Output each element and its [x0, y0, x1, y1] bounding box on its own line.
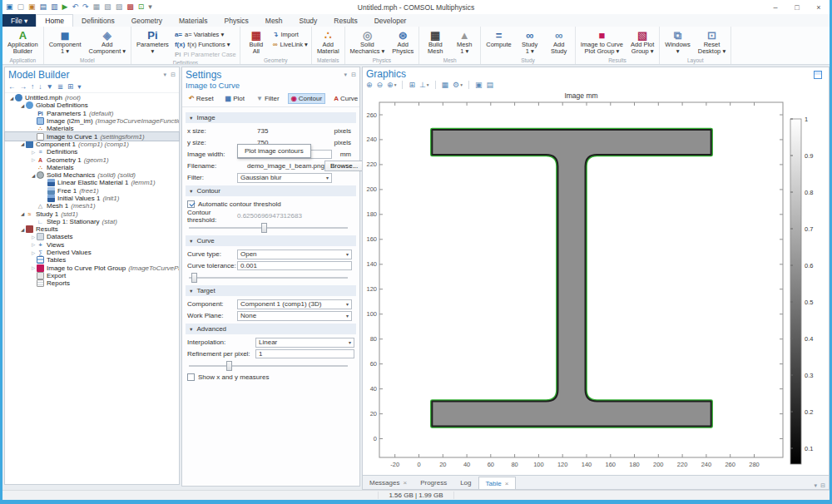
show-x-y-measures-checkbox[interactable] — [187, 373, 195, 381]
panel-menu-icon[interactable]: ▾ — [164, 72, 167, 78]
tree-item-component-1[interactable]: ◢Component 1(comp1) (comp1) — [5, 141, 179, 148]
tree-item-free-1[interactable]: Free 1(free1) — [5, 187, 179, 195]
automatic-contour-threshold-checkbox[interactable] — [187, 200, 195, 208]
tree-expander-icon[interactable]: ▷ — [30, 235, 37, 240]
run-icon[interactable]: ▶ — [62, 3, 68, 11]
image-to-curve-plot-group-button[interactable]: ■Image to CurvePlot Group ▾ — [577, 27, 626, 57]
minimize-button[interactable]: – — [765, 3, 786, 12]
tree-item-step-1-stationary[interactable]: ∟Step 1: Stationary(stat) — [5, 218, 179, 225]
close-icon[interactable]: × — [403, 479, 407, 487]
zoom-extents-icon[interactable]: ⊞ — [409, 81, 415, 89]
redo-icon[interactable]: ↷ — [82, 3, 89, 11]
tree-expander-icon[interactable]: ◢ — [19, 211, 26, 216]
compute-button[interactable]: =Compute — [483, 27, 514, 57]
tab-geometry[interactable]: Geometry — [123, 14, 171, 27]
tree-item-initial-values-1[interactable]: Initial Values 1(init1) — [5, 195, 179, 202]
more-dropdown-icon[interactable]: ▾ — [148, 3, 152, 11]
app-logo-icon[interactable]: ▣ — [6, 3, 13, 11]
tree-expander-icon[interactable]: ◢ — [19, 141, 26, 146]
show-icon[interactable]: ▼ — [47, 82, 53, 91]
add-study-button[interactable]: ∞AddStudy — [545, 27, 573, 57]
tab-physics[interactable]: Physics — [216, 14, 257, 27]
tree-item-materials[interactable]: ∴Materials — [5, 164, 179, 171]
menu-dropdown-icon[interactable]: ▾ — [77, 82, 81, 91]
tree-expander-icon[interactable]: ◢ — [8, 96, 15, 101]
tree-item-tables[interactable]: Tables — [5, 256, 179, 264]
undo-icon[interactable]: ↶ — [72, 3, 79, 11]
duplicate-icon[interactable]: ▨ — [116, 3, 123, 11]
tree-item-untitled-mph[interactable]: ◢Untitled.mph(root) — [5, 94, 179, 101]
plot-properties-icon[interactable] — [814, 71, 822, 79]
build-all-button[interactable]: ▦BuildAll — [242, 27, 270, 57]
zoom-out-icon[interactable]: ⊖ — [377, 81, 384, 89]
reset-button[interactable]: ↶Reset — [186, 93, 217, 104]
detach-icon[interactable]: ⊟ — [820, 482, 825, 489]
work-plane-select[interactable]: None▾ — [237, 311, 352, 321]
tree-item-export[interactable]: Export — [5, 272, 179, 279]
reset-desktop-button[interactable]: ⊡ResetDesktop ▾ — [695, 27, 729, 57]
tree-expander-icon[interactable]: ◢ — [19, 103, 26, 108]
add-physics-button[interactable]: ⊛AddPhysics — [389, 27, 417, 57]
tree-expander-icon[interactable]: ▷ — [30, 242, 37, 247]
refinement-slider[interactable] — [189, 360, 348, 372]
image-snapshot-icon[interactable]: ▦ — [442, 81, 449, 89]
refinement-per-pixel-input[interactable]: 1 — [255, 349, 354, 358]
application-builder-button[interactable]: AApplicationBuilder — [4, 27, 42, 57]
build-mesh-button[interactable]: ▦BuildMesh — [421, 27, 449, 57]
bottom-tab-table[interactable]: Table× — [478, 477, 517, 489]
tree-expander-icon[interactable]: ▷ — [30, 157, 37, 162]
section-header-image[interactable]: ▼Image — [186, 112, 356, 123]
contour-threshold-slider[interactable] — [189, 222, 348, 234]
tree-item-image-to-curve-1[interactable]: Image to Curve 1(settingsform1) — [5, 132, 179, 140]
slider-handle[interactable] — [261, 223, 267, 233]
tree-item-results[interactable]: ◢Results — [5, 225, 179, 233]
tree-item-derived-values[interactable]: ▷∑Derived Values — [5, 249, 179, 256]
tree-item-datasets[interactable]: ▷Datasets — [5, 233, 179, 240]
section-header-curve[interactable]: ▼Curve — [186, 235, 356, 246]
tree-expander-icon[interactable]: ▷ — [30, 150, 37, 155]
panel-menu-icon[interactable]: ▾ — [344, 72, 348, 78]
windows-button[interactable]: ⧉Windows▾ — [661, 27, 693, 57]
close-icon[interactable]: × — [505, 480, 509, 487]
collapse-all-icon[interactable]: ≣ — [57, 82, 63, 91]
forward-arrow-icon[interactable]: → — [20, 82, 27, 91]
tree-item-image-i2m-im-[interactable]: Image (i2m_im)(ImageToCurveImageFunction… — [5, 117, 179, 125]
tree-expander-icon[interactable]: ◢ — [30, 173, 37, 178]
functions-button[interactable]: f(x)f(x) Functions ▾ — [173, 40, 238, 49]
expand-all-icon[interactable]: ⊞ — [67, 82, 73, 91]
save-as-icon[interactable]: ▥ — [51, 3, 58, 11]
tree-item-linear-elastic-material-1[interactable]: Linear Elastic Material 1(lemm1) — [5, 179, 179, 186]
section-header-advanced[interactable]: ▼Advanced — [186, 324, 356, 334]
new-file-icon[interactable]: ▢ — [17, 3, 25, 11]
tree-item-materials[interactable]: ∴Materials — [5, 125, 179, 132]
file-menu-button[interactable]: File ▾ — [2, 14, 36, 27]
menu-dropdown-icon[interactable]: ▾ — [815, 482, 818, 489]
zoom-in-icon[interactable]: ⊕ — [366, 81, 373, 89]
tab-home[interactable]: Home — [36, 14, 73, 27]
tree-item-geometry-1[interactable]: ▷AGeometry 1(geom1) — [5, 156, 179, 163]
screenshot-icon[interactable]: ▣ — [475, 81, 483, 89]
filter-select[interactable]: Gaussian blur▾ — [237, 173, 332, 183]
open-icon[interactable]: ▣ — [28, 3, 36, 11]
default-view-icon[interactable]: ⊥▾ — [419, 81, 429, 89]
filter-button[interactable]: ▼Filter — [253, 93, 283, 104]
tab-developer[interactable]: Developer — [366, 14, 415, 27]
mesh-1-button[interactable]: ▲Mesh1 ▾ — [450, 27, 478, 57]
tree-item-views[interactable]: ▷+Views — [5, 241, 179, 249]
bottom-tab-progress[interactable]: Progress — [414, 477, 453, 489]
component-target-select[interactable]: Component 1 (comp1) (3D)▾ — [237, 299, 352, 309]
study-1-button[interactable]: ∞Study1 ▾ — [516, 27, 544, 57]
zoom-box-icon[interactable]: ⊕▾ — [387, 81, 396, 89]
tree-item-definitions[interactable]: ▷≡Definitions — [5, 148, 179, 156]
tree-item-solid-mechanics[interactable]: ◢Solid Mechanics(solid) (solid) — [5, 171, 179, 179]
tab-results[interactable]: Results — [325, 14, 365, 27]
tree-expander-icon[interactable]: ◢ — [19, 227, 26, 232]
tree-item-global-definitions[interactable]: ◢Global Definitions — [5, 101, 179, 109]
close-button[interactable]: × — [808, 3, 830, 12]
contour-button[interactable]: ◉Contour — [288, 93, 325, 104]
livelink-button[interactable]: ∞LiveLink ▾ — [271, 40, 310, 49]
delete-icon[interactable]: ▩ — [126, 3, 134, 11]
save-icon[interactable]: ▤ — [40, 3, 47, 11]
curve-tolerance-input[interactable]: 0.001 — [237, 261, 352, 270]
add-plot-group-button[interactable]: ▧Add PlotGroup ▾ — [627, 27, 657, 57]
